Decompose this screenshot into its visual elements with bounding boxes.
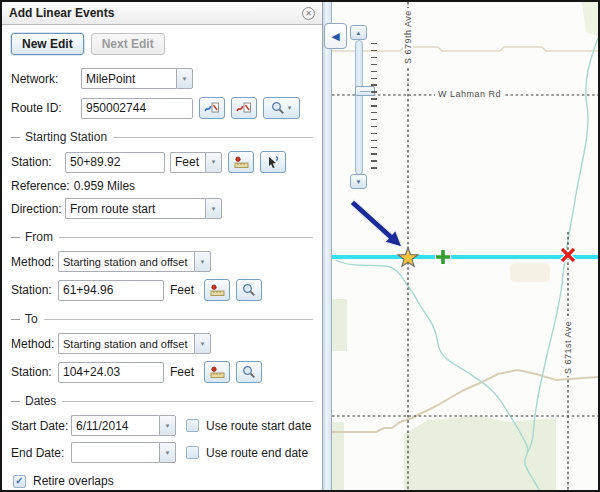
select-route-on-map-button[interactable] — [199, 97, 225, 119]
use-route-end-date-label: Use route end date — [206, 446, 308, 460]
map-zoom-slider: ▲ ▼ — [350, 25, 398, 193]
use-route-end-date-checkbox[interactable] — [186, 446, 199, 459]
chevron-down-icon: ▼ — [211, 159, 217, 165]
retire-overlaps-option: ✓ Retire overlaps — [13, 474, 313, 488]
end-date-dropdown-button[interactable]: ▼ — [159, 442, 176, 463]
station-label: Station: — [11, 365, 58, 379]
measure-icon — [234, 156, 249, 169]
collapse-arrow-icon: ◀ — [331, 30, 339, 43]
end-date-row: End Date: ▼ Use route end date — [11, 442, 313, 463]
field-polygon — [582, 2, 598, 36]
units-select[interactable]: Feet ▼ — [170, 152, 222, 173]
retire-overlaps-label: Retire overlaps — [33, 474, 114, 488]
route-id-input[interactable]: 950002744 — [81, 98, 193, 119]
start-date-dropdown-button[interactable]: ▼ — [159, 415, 176, 436]
chevron-down-icon: ▼ — [200, 259, 206, 265]
from-method-row: Method: Starting station and offset ▼ — [11, 251, 313, 272]
to-method-row: Method: Starting station and offset ▼ — [11, 333, 313, 354]
down-arrow-icon: ▼ — [356, 179, 362, 185]
starting-station-input[interactable]: 50+89.92 — [65, 152, 165, 173]
route-id-label: Route ID: — [11, 101, 81, 115]
end-date-value — [71, 442, 159, 463]
panel-splitter[interactable] — [323, 2, 332, 490]
close-icon[interactable]: ✕ — [302, 7, 315, 20]
station-label: Station: — [11, 283, 58, 297]
zoom-slider-ticks — [371, 43, 377, 173]
direction-select[interactable]: From route start ▼ — [65, 198, 222, 219]
to-station-row: Station: 104+24.03 Feet — [11, 361, 313, 383]
units-dropdown-button[interactable]: ▼ — [205, 152, 222, 173]
retire-overlaps-checkbox[interactable]: ✓ — [13, 475, 26, 488]
chevron-down-icon: ▼ — [165, 450, 171, 456]
route-id-row: Route ID: 950002744 — [11, 97, 313, 119]
use-route-start-date-label: Use route start date — [206, 419, 311, 433]
highlight-arrow-icon — [350, 200, 402, 247]
end-date-select[interactable]: ▼ — [71, 442, 176, 463]
network-value: MilePoint — [81, 68, 176, 89]
route-select-red-icon — [236, 101, 252, 115]
from-method-select[interactable]: Starting station and offset ▼ — [58, 251, 211, 272]
pick-station-on-map-button[interactable] — [260, 151, 286, 173]
from-station-input[interactable]: 61+94.96 — [58, 280, 164, 301]
to-method-select[interactable]: Starting station and offset ▼ — [58, 333, 211, 354]
zoom-in-button[interactable]: ▲ — [350, 25, 367, 40]
from-legend: From — [11, 230, 313, 244]
from-station-plus-marker — [435, 249, 451, 265]
panel-title: Add Linear Events — [9, 6, 302, 20]
options-block: ✓ Retire overlaps ✓ Merge coincident eve… — [13, 474, 313, 492]
direction-dropdown-button[interactable]: ▼ — [205, 198, 222, 219]
road-label-vertical-right: S 671st Ave — [563, 319, 573, 376]
measure-icon — [210, 284, 225, 297]
chevron-down-icon: ▼ — [182, 76, 188, 82]
up-arrow-icon: ▲ — [356, 30, 362, 36]
app-window: Add Linear Events ✕ New Edit Next Edit N… — [0, 0, 600, 492]
to-method-dropdown-button[interactable]: ▼ — [194, 333, 211, 354]
chevron-down-icon: ▼ — [165, 423, 171, 429]
to-units-label: Feet — [170, 365, 198, 379]
zoom-slider-track[interactable] — [355, 40, 363, 175]
start-date-value: 6/11/2014 — [71, 415, 159, 436]
direction-row: Direction: From route start ▼ — [11, 198, 313, 219]
road-label-horizontal: W Lahman Rd — [435, 89, 504, 99]
new-edit-button[interactable]: New Edit — [11, 33, 84, 55]
collapse-panel-button[interactable]: ◀ — [324, 23, 347, 49]
to-legend: To — [11, 312, 313, 326]
edit-toolbar: New Edit Next Edit — [11, 33, 313, 55]
from-method-value: Starting station and offset — [58, 251, 194, 272]
from-station-row: Station: 61+94.96 Feet — [11, 279, 313, 301]
network-label: Network: — [11, 72, 81, 86]
end-date-label: End Date: — [11, 446, 71, 460]
use-route-start-date-checkbox[interactable] — [186, 419, 199, 432]
direction-label: Direction: — [11, 202, 65, 216]
from-method-dropdown-button[interactable]: ▼ — [194, 251, 211, 272]
zoom-out-button[interactable]: ▼ — [350, 174, 367, 189]
station-label: Station: — [11, 155, 65, 169]
start-date-select[interactable]: 6/11/2014 ▼ — [71, 415, 176, 436]
field-polygon — [332, 299, 347, 351]
network-dropdown-button[interactable]: ▼ — [176, 68, 193, 89]
method-label: Method: — [11, 255, 58, 269]
starting-station-legend: Starting Station — [11, 130, 313, 144]
direction-value: From route start — [65, 198, 205, 219]
method-label: Method: — [11, 337, 58, 351]
reference-row: Reference: 0.959 Miles — [11, 179, 313, 193]
to-station-input[interactable]: 104+24.03 — [58, 362, 164, 383]
measure-station-button[interactable] — [228, 151, 254, 173]
measure-to-button[interactable] — [204, 361, 230, 383]
measure-from-button[interactable] — [204, 279, 230, 301]
search-icon — [242, 365, 256, 379]
to-method-value: Starting station and offset — [58, 333, 194, 354]
route-select-blue-icon — [204, 101, 220, 115]
zoom-to-to-button[interactable] — [236, 361, 262, 383]
dates-legend: Dates — [11, 394, 313, 408]
map-canvas[interactable]: W Lahman Rd S 679th Ave S 671st Ave ▲ ▼ — [332, 2, 598, 490]
zoom-to-from-button[interactable] — [236, 279, 262, 301]
search-icon — [242, 283, 256, 297]
clear-route-selection-button[interactable] — [231, 97, 257, 119]
from-units-label: Feet — [170, 283, 198, 297]
network-select[interactable]: MilePoint ▼ — [81, 68, 193, 89]
search-icon — [271, 101, 285, 115]
next-edit-button[interactable]: Next Edit — [91, 33, 165, 55]
measure-icon — [210, 366, 225, 379]
route-search-split-button[interactable]: ▼ — [263, 97, 300, 119]
